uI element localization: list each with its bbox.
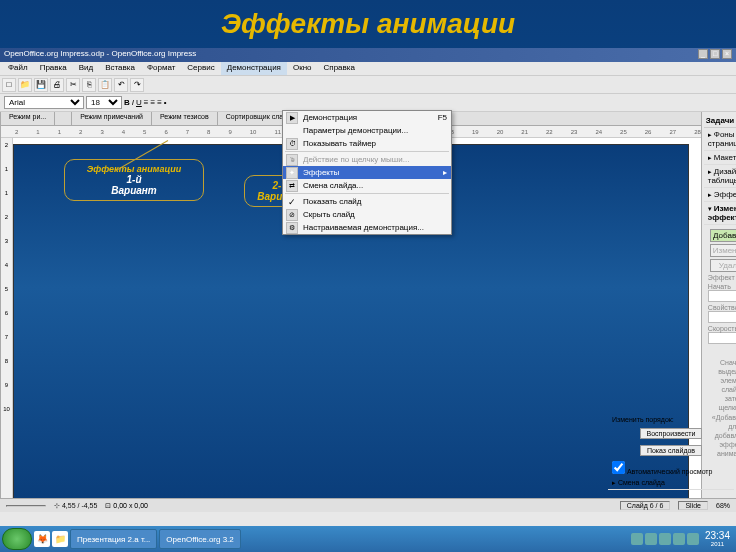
menu-Вставка[interactable]: Вставка: [99, 62, 141, 75]
change-effect-button[interactable]: Изменить...: [710, 244, 736, 257]
tray-skype-icon[interactable]: [631, 533, 643, 545]
status-pos: ⊹ 4,55 / -4,55: [54, 502, 97, 510]
task-section[interactable]: Эффекты: [704, 188, 736, 202]
copy-icon[interactable]: ⎘: [82, 78, 96, 92]
paste-icon[interactable]: 📋: [98, 78, 112, 92]
align-center-icon[interactable]: ≡: [150, 98, 155, 107]
close-button[interactable]: ×: [722, 49, 732, 59]
maximize-button[interactable]: □: [710, 49, 720, 59]
task-section-effects-open[interactable]: Изменить эффект: [704, 202, 736, 225]
menu-Справка[interactable]: Справка: [318, 62, 361, 75]
taskbar-item-2[interactable]: OpenOffice.org 3.2: [159, 529, 240, 549]
open-icon[interactable]: 📁: [18, 78, 32, 92]
speed-label: Скорость: [708, 325, 736, 332]
titlebar: OpenOffice.org Impress.odp - OpenOffice.…: [0, 48, 736, 62]
task-section-transition[interactable]: Смена слайда: [608, 477, 734, 490]
status-zoom: 68%: [716, 502, 730, 509]
play-button[interactable]: Воспроизвести: [640, 428, 703, 439]
ruler-vertical: 2112345678910: [1, 138, 13, 508]
menu-Демонстрация[interactable]: Демонстрация: [221, 62, 287, 75]
font-size[interactable]: 18: [86, 96, 122, 109]
menu-Файл[interactable]: Файл: [2, 62, 34, 75]
align-left-icon[interactable]: ≡: [144, 98, 149, 107]
underline-icon[interactable]: U: [136, 98, 142, 107]
demonstration-menu: ▶ДемонстрацияF5Параметры демонстрации...…: [282, 110, 452, 235]
presentation-title: Эффекты анимации: [0, 0, 736, 44]
start-label: Начать: [708, 283, 736, 290]
menu-item-Демонстрация[interactable]: ▶ДемонстрацияF5: [283, 111, 451, 124]
taskpane-title: Задачи: [706, 116, 734, 125]
callout-1-text: 1-й Вариант: [73, 174, 195, 196]
start-select[interactable]: [708, 290, 736, 302]
menu-icon: ⊘: [286, 209, 298, 221]
menu-icon: 🖱: [286, 154, 298, 166]
task-section[interactable]: Дизайн таблицы: [704, 165, 736, 188]
status-size: ⊡ 0,00 x 0,00: [105, 502, 148, 510]
menu-item-Скрыть слайд[interactable]: ⊘Скрыть слайд: [283, 208, 451, 221]
quicklaunch-firefox-icon[interactable]: 🦊: [34, 531, 50, 547]
minimize-button[interactable]: _: [698, 49, 708, 59]
system-tray[interactable]: [631, 533, 699, 545]
toolbar-main: □ 📁 💾 🖨 ✂ ⎘ 📋 ↶ ↷: [0, 76, 736, 94]
task-pane: Задачи Вид ▾ Фоны страницМакетыДизайн та…: [701, 112, 736, 512]
order-label: Изменить порядок:: [608, 414, 734, 425]
menu-item-Показать слайд[interactable]: ✓Показать слайд: [283, 195, 451, 208]
viewtab[interactable]: Режим ри...: [1, 112, 55, 125]
status-layout: Slide: [678, 501, 708, 510]
speed-select[interactable]: [708, 332, 736, 344]
print-icon[interactable]: 🖨: [50, 78, 64, 92]
cut-icon[interactable]: ✂: [66, 78, 80, 92]
statusbar: ⊹ 4,55 / -4,55 ⊡ 0,00 x 0,00 Слайд 6 / 6…: [0, 498, 736, 512]
font-name[interactable]: Arial: [4, 96, 84, 109]
menu-Сервис[interactable]: Сервис: [181, 62, 220, 75]
new-icon[interactable]: □: [2, 78, 16, 92]
slideshow-button[interactable]: Показ слайдов: [640, 445, 702, 456]
menu-Окно[interactable]: Окно: [287, 62, 318, 75]
viewtab[interactable]: Режим тезисов: [152, 112, 218, 125]
impress-window: OpenOffice.org Impress.odp - OpenOffice.…: [0, 48, 736, 552]
menubar[interactable]: ФайлПравкаВидВставкаФорматСервисДемонстр…: [0, 62, 736, 76]
viewtab[interactable]: Режим примечаний: [72, 112, 152, 125]
property-select[interactable]: [708, 311, 736, 323]
effect-label: Эффект: [708, 274, 736, 281]
callout-variant-1[interactable]: Эффекты анимации 1-й Вариант: [64, 159, 204, 201]
menu-item-Показывать таймер[interactable]: ⏱Показывать таймер: [283, 137, 451, 150]
menu-item-Действие по щелчку мыши...[interactable]: 🖱Действие по щелчку мыши...: [283, 153, 451, 166]
undo-icon[interactable]: ↶: [114, 78, 128, 92]
quicklaunch-folder-icon[interactable]: 📁: [52, 531, 68, 547]
auto-preview-checkbox[interactable]: [612, 461, 625, 474]
menu-Правка[interactable]: Правка: [34, 62, 73, 75]
menu-item-Эффекты[interactable]: ✦Эффекты▸: [283, 166, 451, 179]
add-effect-button[interactable]: Добавить...: [710, 229, 736, 242]
save-icon[interactable]: 💾: [34, 78, 48, 92]
menu-Формат[interactable]: Формат: [141, 62, 181, 75]
task-section[interactable]: Макеты: [704, 151, 736, 165]
clock[interactable]: 23:34 2011: [701, 531, 734, 547]
auto-preview-label: Автоматический просмотр: [627, 468, 713, 475]
tray-volume-icon[interactable]: [673, 533, 685, 545]
menu-icon: ⇄: [286, 180, 298, 192]
taskbar: 🦊 📁 Презентация 2.а т... OpenOffice.org …: [0, 526, 736, 552]
menu-Вид[interactable]: Вид: [73, 62, 99, 75]
italic-icon[interactable]: I: [132, 98, 134, 107]
property-label: Свойство: [708, 304, 736, 311]
menu-item-Параметры демонстрации...[interactable]: Параметры демонстрации...: [283, 124, 451, 137]
tray-network-icon[interactable]: [687, 533, 699, 545]
tray-icon-3[interactable]: [659, 533, 671, 545]
window-controls: _ □ ×: [698, 49, 732, 61]
remove-effect-button[interactable]: Удалить: [710, 259, 736, 272]
menu-item-Смена слайда...[interactable]: ⇄Смена слайда...: [283, 179, 451, 192]
redo-icon[interactable]: ↷: [130, 78, 144, 92]
bullets-icon[interactable]: •: [164, 98, 167, 107]
tray-icon-2[interactable]: [645, 533, 657, 545]
viewtab[interactable]: [55, 112, 72, 125]
titlebar-text: OpenOffice.org Impress.odp - OpenOffice.…: [4, 49, 196, 61]
bold-icon[interactable]: B: [124, 98, 130, 107]
taskbar-item-1[interactable]: Презентация 2.а т...: [70, 529, 157, 549]
menu-icon: ⚙: [286, 222, 298, 234]
task-section[interactable]: Фоны страниц: [704, 128, 736, 151]
start-button[interactable]: [2, 528, 32, 550]
menu-item-Настраиваемая демонстрация...[interactable]: ⚙Настраиваемая демонстрация...: [283, 221, 451, 234]
align-right-icon[interactable]: ≡: [157, 98, 162, 107]
menu-icon: ✦: [286, 167, 298, 179]
